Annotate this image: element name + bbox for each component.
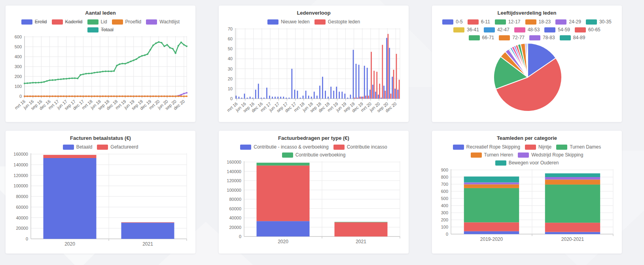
legend-item[interactable]: 78-83 (529, 35, 555, 40)
legend-item[interactable]: Recreatief Rope Skipping (453, 144, 520, 150)
legend-label: 18-23 (539, 19, 551, 25)
svg-text:20: 20 (228, 76, 233, 81)
svg-text:0: 0 (26, 236, 28, 241)
legend-item[interactable]: 54-59 (544, 27, 570, 32)
legend-item[interactable]: 30-35 (586, 19, 612, 25)
chart-canvas[interactable] (436, 42, 618, 112)
svg-text:2020: 2020 (278, 239, 288, 244)
legend-item[interactable]: 42-47 (484, 27, 510, 32)
legend-item[interactable]: Wedstrijd Rope Skipping (518, 152, 583, 158)
legend-item[interactable]: Turnen Dames (556, 144, 601, 150)
legend-item[interactable]: 12-17 (495, 19, 521, 25)
legend-swatch (112, 19, 123, 25)
chart-title: Leeftijdsverdeling leden (436, 10, 618, 16)
charts-dashboard: Aantal leden ErelidKaderlidLidProeflidWa… (0, 0, 644, 254)
svg-text:160000: 160000 (13, 152, 28, 156)
legend-label: Wachtlijst (159, 19, 180, 25)
svg-text:140000: 140000 (13, 162, 28, 167)
chart-title: Factuurbedragen per type (€) (223, 135, 405, 141)
legend-item[interactable]: Contributie incasso (333, 144, 387, 150)
svg-text:800: 800 (441, 175, 448, 179)
svg-text:20000: 20000 (229, 225, 241, 230)
legend-item[interactable]: 66-71 (469, 35, 494, 40)
svg-text:140000: 140000 (227, 169, 241, 174)
svg-text:2019-2020: 2019-2020 (480, 236, 503, 242)
legend-swatch (544, 27, 555, 32)
chart-legend: Recreatief Rope SkippingNijntjeTurnen Da… (436, 142, 618, 167)
legend-swatch (575, 27, 586, 32)
legend-swatch (63, 145, 74, 150)
legend-item[interactable]: Gestopte leden (314, 19, 360, 25)
svg-text:600: 600 (441, 189, 448, 194)
svg-text:700: 700 (441, 182, 448, 187)
svg-text:300: 300 (441, 210, 448, 215)
legend-item[interactable]: Betaald (63, 144, 93, 150)
svg-text:100000: 100000 (227, 188, 241, 193)
svg-text:600: 600 (15, 34, 22, 39)
chart-canvas[interactable]: mrt 16jun 16sep 16dec 16mrt 17jun 17sep … (223, 26, 405, 118)
legend-swatch (555, 19, 566, 25)
legend-swatch (560, 35, 571, 40)
legend-label: Bewegen voor Ouderen (509, 160, 559, 166)
legend-item[interactable]: 72-77 (499, 35, 525, 40)
legend-item[interactable]: 0-5 (442, 19, 462, 25)
legend-swatch (52, 19, 63, 25)
legend-item[interactable]: Contributie overboeking (282, 152, 346, 158)
legend-item[interactable]: 60-65 (575, 27, 600, 32)
legend-item[interactable]: Erelid (21, 19, 47, 25)
legend-item[interactable]: 36-41 (453, 27, 479, 32)
legend-swatch (495, 19, 506, 25)
legend-item[interactable]: 6-11 (468, 19, 490, 25)
chart-canvas[interactable]: mrt 16jun 16sep 16dec 16mrt 17jun 17sep … (9, 34, 191, 115)
legend-item[interactable]: 18-23 (525, 19, 551, 25)
legend-label: 42-47 (497, 27, 510, 32)
invoice-amounts-stacked-chart: 0200004000060000800001000001200001400001… (223, 159, 405, 247)
legend-item[interactable]: Totaal (87, 27, 114, 32)
team-members-stacked-chart: 01002003004005006007008009002019-2020202… (436, 167, 618, 244)
chart-legend: BetaaldGefactureerd (9, 142, 191, 151)
svg-text:100: 100 (15, 84, 22, 89)
chart-canvas[interactable]: 01002003004005006007008009002019-2020202… (436, 167, 618, 244)
legend-item[interactable]: Nijntje (525, 144, 551, 150)
legend-swatch (87, 19, 98, 25)
legend-item[interactable]: 84-89 (560, 35, 585, 40)
legend-label: 12-17 (508, 19, 521, 25)
chart-legend: Nieuwe ledenGestopte leden (223, 17, 405, 26)
legend-item[interactable]: Contributie - incasso & overboeking (240, 144, 328, 150)
svg-text:0: 0 (239, 234, 241, 239)
svg-text:200: 200 (441, 217, 448, 222)
legend-swatch (525, 145, 536, 150)
legend-item[interactable]: Turnen Heren (471, 152, 513, 158)
svg-text:2021: 2021 (142, 241, 153, 247)
legend-label: Erelid (35, 19, 47, 25)
chart-canvas[interactable]: 0200004000060000800001000001200001400001… (9, 151, 191, 249)
legend-item[interactable]: Kaderlid (52, 19, 83, 25)
legend-label: Turnen Heren (484, 152, 513, 158)
legend-label: Gestopte leden (328, 19, 360, 25)
legend-item[interactable]: Proeflid (112, 19, 142, 25)
legend-label: Turnen Dames (570, 144, 601, 150)
legend-swatch (314, 19, 326, 25)
chart-legend: 0-56-1112-1718-2324-2930-3536-4142-4748-… (436, 17, 618, 42)
legend-label: Proeflid (125, 19, 142, 25)
svg-text:30: 30 (228, 67, 233, 71)
legend-item[interactable]: Lid (87, 19, 107, 25)
legend-item[interactable]: Nieuwe leden (267, 19, 310, 25)
legend-item[interactable]: 48-53 (514, 27, 540, 32)
svg-text:80000: 80000 (229, 197, 241, 202)
svg-text:40: 40 (228, 56, 233, 61)
svg-text:50: 50 (228, 46, 233, 51)
svg-text:0: 0 (230, 96, 233, 101)
svg-text:2020: 2020 (64, 241, 75, 247)
svg-text:500: 500 (441, 196, 448, 201)
legend-label: Gefactureerd (110, 144, 138, 150)
chart-title: Facturen betaalstatus (€) (9, 135, 191, 141)
legend-item[interactable]: 24-29 (555, 19, 581, 25)
legend-swatch (267, 19, 278, 25)
legend-item[interactable]: Wachtlijst (146, 19, 180, 25)
legend-item[interactable]: Bewegen voor Ouderen (495, 160, 559, 166)
chart-canvas[interactable]: 0200004000060000800001000001200001400001… (223, 159, 405, 247)
legend-swatch (525, 19, 536, 25)
legend-item[interactable]: Gefactureerd (97, 144, 138, 150)
legend-label: Contributie - incasso & overboeking (254, 144, 328, 150)
